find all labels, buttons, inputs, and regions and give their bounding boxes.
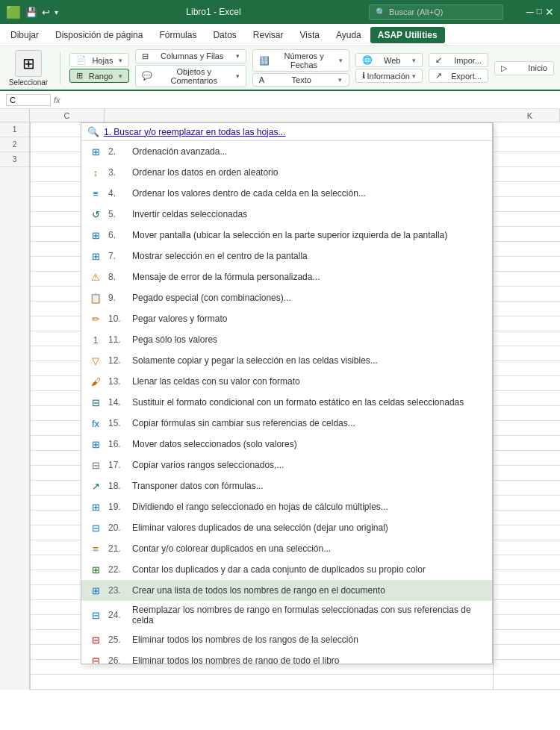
dropdown-item-num-4: 4. [108, 188, 126, 199]
menu-item-datos[interactable]: Datos [205, 27, 243, 43]
import-icon: ↙ [435, 55, 442, 65]
dropdown-item-icon-14: ⊟ [89, 396, 102, 409]
texto-icon: A [259, 75, 264, 84]
dropdown-item-3[interactable]: ↕3.Ordenar los datos en orden aleatorio [81, 162, 492, 183]
menu-item-revisar[interactable]: Revisar [246, 27, 291, 43]
menu-item-formulas[interactable]: Fórmulas [152, 27, 204, 43]
ribbon-import[interactable]: ↙ Impor... [429, 53, 488, 67]
ribbon-texto[interactable]: A Texto ▾ [252, 73, 349, 87]
dropdown-item-26[interactable]: ⊟26.Eliminar todos los nombres de rango … [81, 650, 492, 664]
close-btn[interactable]: ✕ [545, 6, 554, 18]
dropdown-item-17[interactable]: ⊟17.Copiar varios rangos seleccionados,.… [81, 455, 492, 475]
dropdown-item-num-26: 26. [108, 655, 126, 664]
dropdown-item-11[interactable]: 111.Pega sólo los valores [81, 329, 492, 350]
dropdown-item-num-5: 5. [108, 209, 126, 219]
dropdown-item-20[interactable]: ⊟20.Eliminar valores duplicados de una s… [81, 517, 492, 538]
dropdown-item-2[interactable]: ⊞2.Ordenación avanzada... [81, 141, 492, 162]
dropdown-item-5[interactable]: ↺5.Invertir celdas seleccionadas [81, 204, 492, 225]
dropdown-item-icon-6: ⊞ [89, 228, 102, 242]
dropdown-item-num-15: 15. [108, 418, 126, 428]
dropdown-item-23[interactable]: ⊞23.Crear una lista de todos los nombres… [81, 580, 492, 601]
dropdown-item-19[interactable]: ⊞19.Dividiendo el rango seleccionado en … [81, 496, 492, 517]
ribbon-rango[interactable]: ⊞ Rango ▾ [69, 69, 129, 83]
row-num-1: 1 [0, 122, 29, 137]
menu-item-disposicion[interactable]: Disposición de página [48, 27, 150, 43]
col-header-k[interactable]: K [500, 109, 560, 122]
dropdown-item-21[interactable]: ≡21.Contar y/o colorear duplicados en un… [81, 538, 492, 559]
maximize-btn[interactable]: □ [537, 6, 542, 18]
dropdown-item-icon-24: ⊟ [89, 608, 102, 622]
dropdown-item-icon-21: ≡ [89, 542, 102, 555]
dropdown-item-icon-23: ⊞ [89, 584, 102, 597]
title-bar: 🟩 💾 ↩ ▾ Libro1 - Excel 🔍 Buscar (Alt+Q) … [0, 0, 560, 24]
ribbon-objetos[interactable]: 💬 Objetos y Comentarios ▾ [135, 65, 246, 87]
dropdown-item-num-12: 12. [108, 355, 126, 366]
dropdown-item-num-25: 25. [108, 634, 126, 645]
quick-access-undo[interactable]: ↩ [42, 7, 50, 18]
dropdown-item-18[interactable]: ↗18.Transponer datos con fórmulas... [81, 475, 492, 496]
search-icon: 🔍 [376, 7, 386, 17]
grid-col-line-2 [493, 122, 494, 690]
dropdown-item-8[interactable]: ⚠8.Mensaje de error de la fórmula person… [81, 266, 492, 287]
dropdown-item-num-3: 3. [108, 167, 126, 178]
dropdown-item-num-9: 9. [108, 293, 126, 303]
seleccionar-icon[interactable]: ⊞ [15, 50, 42, 77]
ribbon-export[interactable]: ↗ Export... [429, 69, 488, 83]
dropdown-item-text-19: Dividiendo el rango seleccionado en hoja… [132, 502, 388, 512]
dropdown-items-container: ⊞2.Ordenación avanzada...↕3.Ordenar los … [81, 141, 492, 664]
dropdown-item-text-15: Copiar fórmulas sin cambiar sus referenc… [132, 418, 355, 428]
dropdown-item-15[interactable]: fx15.Copiar fórmulas sin cambiar sus ref… [81, 413, 492, 434]
dropdown-item-text-5: Invertir celdas seleccionadas [132, 209, 247, 219]
dropdown-item-text-3: Ordenar los datos en orden aleatorio [132, 167, 278, 178]
menu-item-dibujar[interactable]: Dibujar [3, 27, 46, 43]
search-box[interactable]: 🔍 Buscar (Alt+Q) [369, 4, 503, 20]
dropdown-item-24[interactable]: ⊟24.Reemplazar los nombres de rango en f… [81, 601, 492, 629]
ribbon-web[interactable]: 🌐 Web ▾ [355, 53, 423, 67]
dropdown-item-14[interactable]: ⊟14.Sustituir el formato condicional con… [81, 392, 492, 413]
formula-input[interactable] [63, 96, 554, 104]
dropdown-item-9[interactable]: 📋9.Pegado especial (con combinaciones)..… [81, 287, 492, 308]
info-chevron: ▾ [412, 72, 416, 80]
dropdown-item-22[interactable]: ⊞22.Contar los duplicados y dar a cada c… [81, 559, 492, 580]
dropdown-item-num-14: 14. [108, 397, 126, 408]
dropdown-item-num-6: 6. [108, 230, 126, 240]
columnas-icon: ⊟ [142, 52, 149, 61]
dropdown-item-7[interactable]: ⊞7.Mostrar selección en el centro de la … [81, 246, 492, 266]
ribbon-columnas[interactable]: ⊟ Columnas y Filas ▾ [135, 49, 246, 63]
dropdown-item-text-20: Eliminar valores duplicados de una selec… [132, 522, 388, 533]
ribbon-numeros[interactable]: 🔢 Números y Fechas ▾ [252, 49, 349, 72]
col-header-c[interactable]: C [30, 109, 105, 122]
menu-item-vista[interactable]: Vista [293, 27, 327, 43]
minimize-btn[interactable]: ─ [526, 6, 534, 18]
dropdown-item-num-19: 19. [108, 502, 126, 512]
dropdown-item-25[interactable]: ⊟25.Eliminar todos los nombres de los ra… [81, 629, 492, 650]
ribbon-informacion[interactable]: ℹ Información ▾ [355, 69, 423, 83]
dropdown-item-16[interactable]: ⊞16.Mover datos seleccionados (solo valo… [81, 434, 492, 455]
dropdown-item-num-16: 16. [108, 439, 126, 449]
name-box[interactable] [6, 94, 51, 106]
dropdown-item-icon-5: ↺ [89, 208, 102, 221]
dropdown-item-6[interactable]: ⊞6.Mover pantalla (ubicar la selección e… [81, 225, 492, 246]
menu-item-asap[interactable]: ASAP Utilities [370, 27, 445, 43]
ribbon-hojas[interactable]: 📄 Hojas ▾ [69, 53, 129, 67]
dropdown-item-icon-17: ⊟ [89, 458, 102, 472]
dropdown-item-12[interactable]: ▽12.Solamente copiar y pegar la selecció… [81, 350, 492, 371]
dropdown-search-row: 🔍 1. Buscar y/o reemplazar en todas las … [81, 123, 492, 141]
search-label: Buscar (Alt+Q) [389, 7, 443, 16]
dropdown-item-icon-11: 1 [89, 333, 102, 346]
menu-bar: Dibujar Disposición de página Fórmulas D… [0, 24, 560, 46]
dropdown-item-4[interactable]: ≡4.Ordenar los valores dentro de cada ce… [81, 183, 492, 204]
menu-item-ayuda[interactable]: Ayuda [329, 27, 369, 43]
dropdown-item-num-24: 24. [108, 610, 126, 620]
dropdown-item-13[interactable]: 🖌13.Llenar las celdas con su valor con f… [81, 371, 492, 392]
dropdown-item-icon-15: fx [89, 417, 102, 430]
dropdown-item-icon-13: 🖌 [89, 375, 102, 388]
dropdown-item-num-13: 13. [108, 376, 126, 387]
dropdown-item-10[interactable]: ✏10.Pegar valores y formato [81, 308, 492, 329]
dropdown-item-icon-20: ⊟ [89, 521, 102, 534]
dropdown-item-icon-10: ✏ [89, 312, 102, 325]
ribbon-inicio[interactable]: ▷ Inicio [494, 61, 554, 75]
export-icon: ↗ [435, 71, 442, 81]
dropdown-item-text-4: Ordenar los valores dentro de cada celda… [132, 188, 366, 199]
quick-access-save[interactable]: 💾 [25, 7, 37, 18]
